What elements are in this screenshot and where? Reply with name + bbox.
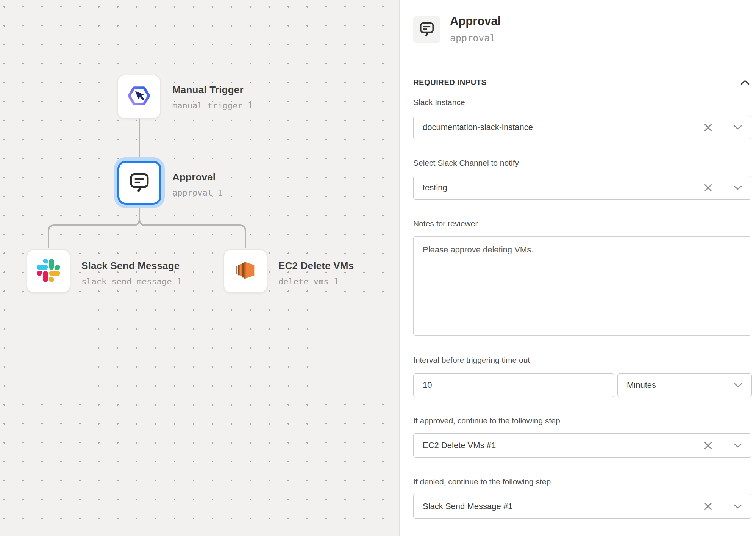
workflow-app: Manual Trigger manual_trigger_1 Approval… (0, 0, 756, 536)
manual-trigger-hexagon-cursor-icon (127, 83, 152, 110)
chevron-down-icon[interactable] (734, 125, 742, 130)
node-ec2-delete-vms[interactable] (223, 249, 267, 293)
panel-subtitle: approval (450, 33, 495, 44)
chat-bubble-icon (418, 20, 436, 39)
clear-icon[interactable] (704, 123, 712, 132)
workflow-canvas[interactable]: Manual Trigger manual_trigger_1 Approval… (0, 0, 399, 536)
node-title: Manual Trigger (172, 84, 253, 96)
if-approved-value: EC2 Delete VMs #1 (423, 440, 704, 450)
node-manual-trigger[interactable] (117, 75, 161, 119)
notes-value: Please approve deleting VMs. (423, 245, 533, 254)
slack-logo-icon (37, 259, 60, 284)
field-label-interval: Interval before triggering time out (413, 356, 530, 365)
if-denied-step-select[interactable]: Slack Send Message #1 (413, 494, 751, 519)
node-title: Approval (172, 171, 222, 183)
if-denied-value: Slack Send Message #1 (423, 502, 704, 511)
required-inputs-section-label: REQUIRED INPUTS (413, 78, 486, 87)
field-label-slack-channel: Select Slack Channel to notify (413, 158, 519, 168)
step-config-panel: Approval approval REQUIRED INPUTS Slack … (399, 0, 756, 536)
node-slack-send-message[interactable] (27, 249, 70, 293)
field-label-if-denied: If denied, continue to the following ste… (413, 477, 551, 486)
clear-icon[interactable] (704, 183, 712, 192)
if-approved-step-select[interactable]: EC2 Delete VMs #1 (413, 433, 751, 458)
node-label: Slack Send Message slack_send_message_1 (81, 260, 182, 286)
panel-title: Approval (450, 14, 501, 28)
chevron-down-icon[interactable] (734, 504, 742, 509)
node-label: Manual Trigger manual_trigger_1 (172, 84, 253, 110)
interval-value-input[interactable]: 10 (413, 373, 614, 397)
interval-unit-value: Minutes (627, 380, 734, 390)
slack-channel-value: testing (423, 183, 704, 193)
node-approval-selection-halo (114, 157, 165, 208)
node-id: delete_vms_1 (278, 277, 354, 286)
node-label: Approval approval_1 (172, 171, 222, 197)
interval-value: 10 (423, 380, 605, 390)
chevron-up-icon[interactable] (740, 80, 750, 87)
interval-unit-select[interactable]: Minutes (617, 373, 752, 397)
field-label-notes: Notes for reviewer (413, 219, 478, 228)
node-title: Slack Send Message (81, 260, 182, 272)
node-approval[interactable] (117, 161, 161, 205)
chevron-down-icon[interactable] (734, 383, 742, 387)
node-label: EC2 Delete VMs delete_vms_1 (278, 260, 354, 286)
ec2-logo-icon (233, 258, 258, 284)
node-id: slack_send_message_1 (81, 277, 182, 286)
slack-channel-select[interactable]: testing (413, 176, 751, 200)
node-id: manual_trigger_1 (172, 101, 253, 110)
clear-icon[interactable] (704, 441, 712, 450)
chat-bubble-icon (128, 170, 151, 195)
slack-instance-select[interactable]: documentation-slack-instance (413, 116, 751, 139)
field-label-slack-instance: Slack Instance (413, 98, 465, 107)
clear-icon[interactable] (704, 502, 712, 511)
node-id: approval_1 (172, 188, 222, 197)
chevron-down-icon[interactable] (734, 185, 742, 190)
panel-header-icon-box (413, 16, 440, 43)
slack-instance-value: documentation-slack-instance (423, 122, 704, 132)
header-divider (400, 62, 756, 62)
node-title: EC2 Delete VMs (278, 260, 354, 272)
notes-textarea[interactable]: Please approve deleting VMs. (413, 236, 751, 336)
chevron-down-icon[interactable] (734, 443, 742, 448)
field-label-if-approved: If approved, continue to the following s… (413, 416, 560, 425)
